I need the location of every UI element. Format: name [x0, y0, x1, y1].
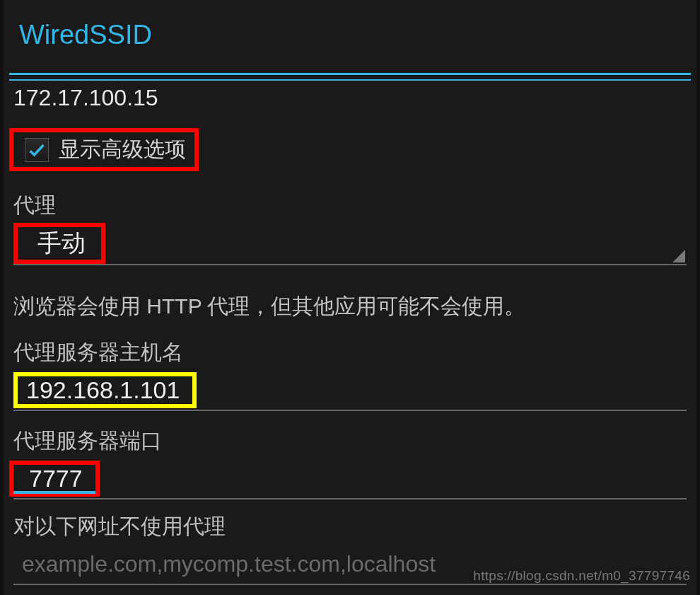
bypass-field: 对以下网址不使用代理 example.com,mycomp.test.com,l… [9, 512, 691, 585]
port-label: 代理服务器端口 [13, 427, 687, 456]
check-icon [27, 140, 47, 160]
proxy-value: 手动 [22, 225, 101, 260]
ip-address-value: 172.17.100.15 [9, 79, 691, 128]
proxy-spinner[interactable]: 手动 [13, 223, 687, 265]
port-field: 代理服务器端口 7777 [9, 427, 691, 499]
hostname-label: 代理服务器主机名 [13, 338, 687, 367]
highlight-advanced: 显示高级选项 [9, 128, 199, 171]
bypass-input[interactable]: example.com,mycomp.test.com,localhost [13, 544, 687, 585]
highlight-port: 7777 [9, 461, 100, 497]
proxy-section: 代理 手动 [9, 191, 691, 265]
wifi-settings-dialog: WiredSSID 172.17.100.15 显示高级选项 代理 手动 浏览 [4, 0, 696, 595]
show-advanced-row[interactable]: 显示高级选项 [18, 132, 194, 167]
highlight-proxy-value: 手动 [13, 223, 105, 264]
dialog-body: 172.17.100.15 显示高级选项 代理 手动 浏览器会使用 HTTP 代… [4, 79, 696, 585]
bypass-placeholder: example.com,mycomp.test.com,localhost [13, 545, 444, 583]
dialog-title: WiredSSID [4, 0, 696, 73]
show-advanced-checkbox[interactable] [25, 138, 49, 162]
title-separator [9, 73, 691, 75]
port-input[interactable]: 7777 [13, 458, 687, 499]
show-advanced-label: 显示高级选项 [59, 135, 186, 164]
bypass-label: 对以下网址不使用代理 [13, 512, 687, 541]
highlight-hostname: 192.168.1.101 [13, 372, 197, 408]
port-focus-underline [13, 491, 95, 494]
proxy-note: 浏览器会使用 HTTP 代理，但其他应用可能不会使用。 [9, 265, 691, 334]
proxy-label: 代理 [13, 191, 687, 220]
hostname-value: 192.168.1.101 [18, 372, 192, 408]
hostname-field: 代理服务器主机名 192.168.1.101 [9, 338, 691, 411]
hostname-input[interactable]: 192.168.1.101 [13, 370, 687, 411]
